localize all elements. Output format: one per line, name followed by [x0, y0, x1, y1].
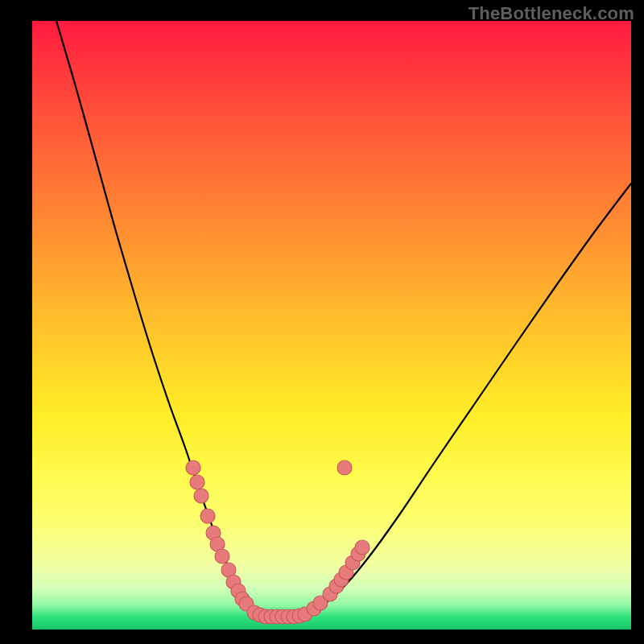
- marker-dot: [190, 475, 204, 489]
- markers-left: [186, 460, 254, 611]
- plot-area: [32, 21, 631, 630]
- marker-dot: [194, 489, 208, 503]
- marker-dot: [186, 460, 200, 475]
- markers-right: [307, 460, 369, 616]
- markers-trough: [247, 605, 312, 624]
- marker-dot: [337, 460, 352, 475]
- marker-dot: [215, 549, 229, 564]
- bottleneck-curve: [56, 21, 631, 617]
- marker-dot: [355, 540, 369, 555]
- curve-svg: [32, 21, 631, 630]
- marker-dot: [200, 509, 215, 523]
- chart-stage: TheBottleneck.com: [0, 0, 644, 644]
